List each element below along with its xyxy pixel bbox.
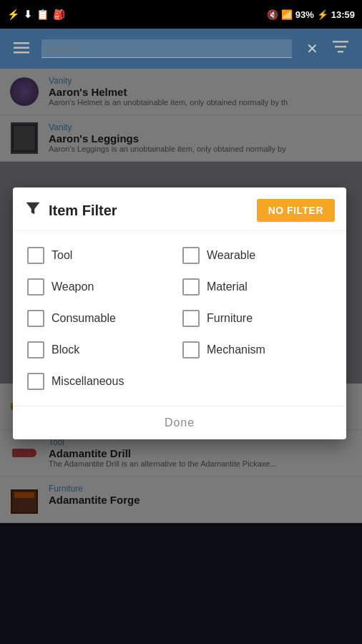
search-input[interactable] xyxy=(41,39,292,58)
checkbox-label-tool: Tool xyxy=(52,249,72,262)
checkboxes-grid: Tool Wearable Weapon Material xyxy=(24,240,335,397)
done-button[interactable]: Done xyxy=(165,416,195,429)
app-icon1: 📋 xyxy=(36,9,49,20)
checkbox-box-miscellaneous[interactable] xyxy=(27,373,44,390)
dialog-title-row: Item Filter xyxy=(24,200,117,221)
status-bar: ⚡ ⬇ 📋 🎒 🔇 📶 93% ⚡ 13:59 xyxy=(0,0,362,29)
dialog-title: Item Filter xyxy=(49,203,117,219)
checkbox-tool[interactable]: Tool xyxy=(24,240,180,271)
checkbox-box-furniture[interactable] xyxy=(182,310,200,327)
signal-icon: 📶 xyxy=(281,9,293,20)
checkbox-weapon[interactable]: Weapon xyxy=(24,271,180,303)
checkbox-material[interactable]: Material xyxy=(180,271,335,303)
checkbox-box-wearable[interactable] xyxy=(182,247,200,264)
status-right: 🔇 📶 93% ⚡ 13:59 xyxy=(267,9,355,20)
checkbox-box-weapon[interactable] xyxy=(27,278,44,296)
status-icons: ⚡ ⬇ 📋 🎒 xyxy=(7,9,65,20)
svg-rect-5 xyxy=(338,51,343,53)
checkbox-box-block[interactable] xyxy=(27,341,44,358)
usb-icon: ⚡ xyxy=(7,9,19,20)
checkbox-label-consumable: Consumable xyxy=(52,312,116,325)
checkbox-consumable[interactable]: Consumable xyxy=(24,303,180,334)
charging-icon: ⚡ xyxy=(317,9,328,20)
checkbox-label-mechanism: Mechanism xyxy=(207,343,265,356)
svg-rect-1 xyxy=(14,47,29,49)
item-filter-dialog: Item Filter NO FILTER Tool Wearable xyxy=(13,187,346,439)
close-icon[interactable]: ✕ xyxy=(300,40,323,57)
svg-rect-2 xyxy=(14,52,29,54)
checkbox-label-miscellaneous: Miscellaneous xyxy=(52,375,124,388)
checkbox-box-mechanism[interactable] xyxy=(182,341,200,358)
checkbox-block[interactable]: Block xyxy=(24,334,180,366)
checkbox-furniture[interactable]: Furniture xyxy=(180,303,335,334)
checkbox-label-weapon: Weapon xyxy=(52,280,94,293)
checkbox-wearable[interactable]: Wearable xyxy=(180,240,335,271)
download-icon: ⬇ xyxy=(24,9,32,20)
no-filter-button[interactable]: NO FILTER xyxy=(257,199,335,222)
checkbox-label-furniture: Furniture xyxy=(207,312,253,325)
checkbox-box-tool[interactable] xyxy=(27,247,44,264)
menu-icon[interactable] xyxy=(10,41,33,57)
checkbox-mechanism[interactable]: Mechanism xyxy=(180,334,335,366)
checkbox-label-material: Material xyxy=(207,280,248,293)
dialog-body: Tool Wearable Weapon Material xyxy=(13,231,346,406)
action-bar: ✕ xyxy=(0,29,362,69)
checkbox-box-material[interactable] xyxy=(182,278,200,296)
svg-rect-0 xyxy=(14,42,29,44)
checkbox-box-consumable[interactable] xyxy=(27,310,44,327)
svg-rect-4 xyxy=(335,46,346,48)
dialog-header: Item Filter NO FILTER xyxy=(13,187,346,231)
checkbox-label-block: Block xyxy=(52,343,79,356)
checkbox-label-wearable: Wearable xyxy=(207,249,255,262)
app-icon2: 🎒 xyxy=(53,9,65,20)
dialog-footer: Done xyxy=(13,406,346,439)
battery-text: 93% xyxy=(295,9,314,20)
checkbox-miscellaneous[interactable]: Miscellaneous xyxy=(24,366,335,397)
mute-icon: 🔇 xyxy=(267,9,278,20)
filter-icon[interactable] xyxy=(329,41,352,57)
svg-rect-3 xyxy=(333,41,348,43)
time-display: 13:59 xyxy=(331,9,355,20)
filter-funnel-icon xyxy=(24,200,41,221)
